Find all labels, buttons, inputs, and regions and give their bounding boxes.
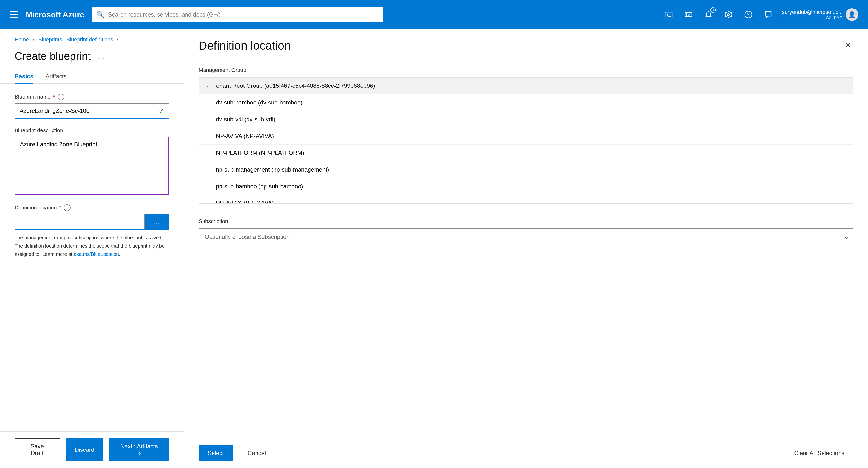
blueprint-name-input-wrapper: ✓: [14, 103, 169, 119]
page-header: Create blueprint ...: [0, 47, 184, 69]
main-container: Home › Blueprints | Blueprint definition…: [0, 29, 868, 468]
breadcrumb-blueprints[interactable]: Blueprints | Blueprint definitions: [38, 36, 113, 43]
required-asterisk-name: *: [53, 94, 55, 100]
breadcrumb-home[interactable]: Home: [14, 36, 29, 43]
breadcrumb: Home › Blueprints | Blueprint definition…: [0, 29, 184, 47]
tree-child-label-2: NP-AVIVA (NP-AVIVA): [216, 133, 274, 139]
tree-item-2[interactable]: NP-AVIVA (NP-AVIVA): [199, 128, 853, 144]
panel-clear-all-button[interactable]: Clear All Selections: [785, 445, 854, 461]
search-bar: 🔍: [92, 7, 383, 22]
def-location-row: ...: [14, 214, 169, 230]
def-location-info-icon[interactable]: i: [64, 204, 70, 211]
tree-item-4[interactable]: np-sub-management (np-sub-management): [199, 161, 853, 178]
breadcrumb-sep-1: ›: [33, 37, 34, 42]
def-location-group: Definition location * i ... The manageme…: [14, 204, 169, 258]
panel-bottom-bar: Select Cancel Clear All Selections: [184, 438, 868, 468]
svg-point-4: [688, 14, 689, 15]
page-title: Create blueprint: [14, 50, 91, 62]
tree-item-6[interactable]: PR-AVIVA (PR-AVIVA): [199, 195, 853, 204]
breadcrumb-sep-2: ›: [117, 37, 119, 42]
user-avatar: 👤: [846, 8, 858, 21]
subscription-dropdown-wrapper: Optionally choose a Subscription ⌄: [199, 228, 854, 245]
left-panel: Home › Blueprints | Blueprint definition…: [0, 29, 184, 468]
blueprint-name-label: Blueprint name * i: [14, 94, 169, 100]
top-nav: Microsoft Azure 🔍 1 ? suryendub@microsof…: [0, 0, 868, 29]
tab-artifacts[interactable]: Artifacts: [45, 69, 67, 84]
feedback-icon[interactable]: [762, 8, 775, 21]
user-tag: AZ_FAQ: [782, 15, 843, 21]
panel-select-button[interactable]: Select: [199, 445, 233, 461]
blueprint-name-input[interactable]: [14, 103, 169, 119]
def-location-hint-link[interactable]: aka.ms/BlueLocation: [74, 252, 119, 257]
def-location-label: Definition location * i: [14, 204, 169, 211]
blueprint-name-group: Blueprint name * i ✓: [14, 94, 169, 119]
panel-cancel-button[interactable]: Cancel: [239, 445, 275, 461]
save-draft-button[interactable]: Save Draft: [14, 438, 60, 461]
management-group-label: Management Group: [199, 67, 854, 73]
search-input[interactable]: [108, 11, 378, 18]
subscription-dropdown[interactable]: Optionally choose a Subscription: [199, 228, 854, 245]
right-panel: Definition location ✕ Management Group ⌄…: [184, 29, 868, 468]
tree-item-root[interactable]: ⌄ Tenant Root Group (a015f467-c5c4-4088-…: [199, 77, 853, 94]
tabs: Basics Artifacts: [0, 69, 184, 84]
form-area: Blueprint name * i ✓ Blueprint descripti…: [0, 84, 184, 431]
management-group-tree: ⌄ Tenant Root Group (a015f467-c5c4-4088-…: [199, 77, 854, 204]
required-asterisk-loc: *: [59, 205, 62, 211]
tree-chevron-root: ⌄: [206, 83, 210, 89]
bottom-bar: Save Draft Discard Next : Artifacts »: [0, 431, 184, 468]
def-location-hint: The management group or subscription whe…: [14, 234, 169, 258]
blueprint-desc-label: Blueprint description: [14, 127, 169, 134]
search-icon: 🔍: [96, 11, 104, 19]
directory-icon[interactable]: [682, 8, 695, 21]
tree-child-label-0: dv-sub-bamboo (dv-sub-bamboo): [216, 99, 303, 106]
svg-point-5: [727, 13, 730, 15]
notification-badge: 1: [710, 7, 716, 13]
tree-child-label-3: NP-PLATFORM (NP-PLATFORM): [216, 149, 304, 156]
svg-rect-2: [685, 13, 692, 16]
def-location-input[interactable]: [14, 214, 145, 230]
tree-child-label-5: pp-sub-bamboo (pp-sub-bamboo): [216, 183, 303, 190]
user-menu[interactable]: suryendub@microsoft.c... AZ_FAQ 👤: [782, 8, 858, 21]
azure-logo: Microsoft Azure: [26, 10, 84, 19]
panel-close-button[interactable]: ✕: [842, 39, 854, 52]
blueprint-desc-input[interactable]: Azure Landing Zone Blueprint: [14, 137, 169, 195]
tree-child-label-1: dv-sub-vdi (dv-sub-vdi): [216, 116, 275, 123]
nav-icons: 1 ? suryendub@microsoft.c... AZ_FAQ 👤: [662, 8, 858, 21]
tree-item-0[interactable]: dv-sub-bamboo (dv-sub-bamboo): [199, 94, 853, 111]
help-icon[interactable]: ?: [742, 8, 755, 21]
tree-item-1[interactable]: dv-sub-vdi (dv-sub-vdi): [199, 111, 853, 128]
panel-title: Definition location: [199, 39, 291, 52]
subscription-section: Subscription Optionally choose a Subscri…: [184, 211, 868, 253]
notification-icon[interactable]: 1: [702, 8, 715, 21]
tree-item-3[interactable]: NP-PLATFORM (NP-PLATFORM): [199, 144, 853, 161]
blueprint-name-info-icon[interactable]: i: [58, 94, 64, 100]
settings-icon[interactable]: [722, 8, 735, 21]
tree-child-label-4: np-sub-management (np-sub-management): [216, 166, 329, 173]
next-artifacts-button[interactable]: Next : Artifacts »: [109, 438, 169, 461]
tree-item-5[interactable]: pp-sub-bamboo (pp-sub-bamboo): [199, 178, 853, 195]
discard-button[interactable]: Discard: [66, 438, 103, 461]
panel-header: Definition location ✕: [184, 29, 868, 60]
tree-child-label-6: PR-AVIVA (PR-AVIVA): [216, 200, 274, 204]
tree-root-label: Tenant Root Group (a015f467-c5c4-4088-88…: [213, 82, 375, 89]
subscription-label: Subscription: [199, 218, 854, 225]
cloud-shell-icon[interactable]: [662, 8, 675, 21]
blueprint-name-check-icon: ✓: [158, 107, 164, 115]
user-email: suryendub@microsoft.c...: [782, 9, 843, 15]
page-menu-button[interactable]: ...: [96, 51, 106, 61]
hamburger-menu[interactable]: [10, 11, 19, 18]
def-location-browse-button[interactable]: ...: [145, 214, 169, 230]
blueprint-desc-group: Blueprint description Azure Landing Zone…: [14, 127, 169, 196]
management-group-section: Management Group ⌄ Tenant Root Group (a0…: [184, 60, 868, 211]
svg-text:?: ?: [747, 12, 749, 17]
tab-basics[interactable]: Basics: [14, 69, 33, 84]
